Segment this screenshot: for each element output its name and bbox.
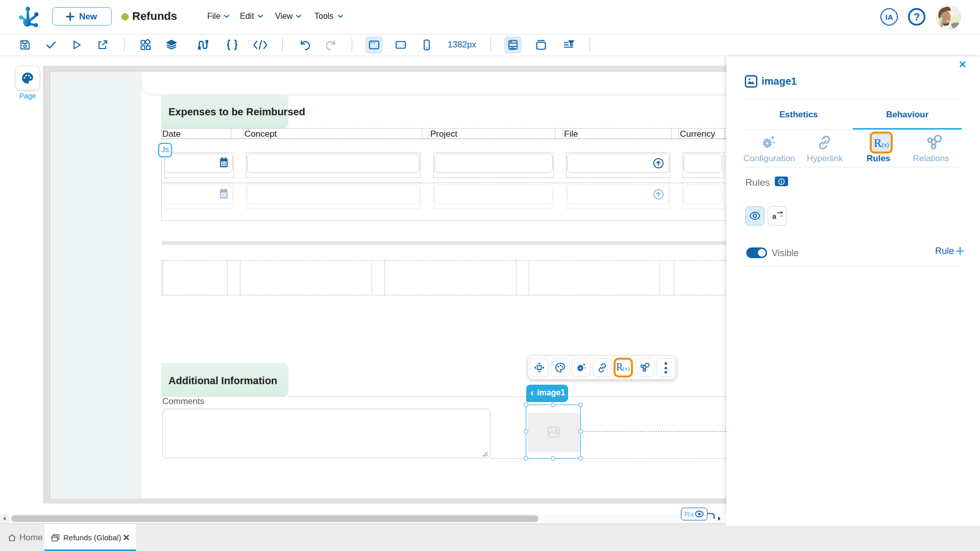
svg-text:?: ?: [914, 11, 920, 22]
svg-text:a: a: [772, 212, 776, 220]
svg-text:IA: IA: [886, 13, 893, 21]
svg-text:“: “: [780, 214, 783, 219]
